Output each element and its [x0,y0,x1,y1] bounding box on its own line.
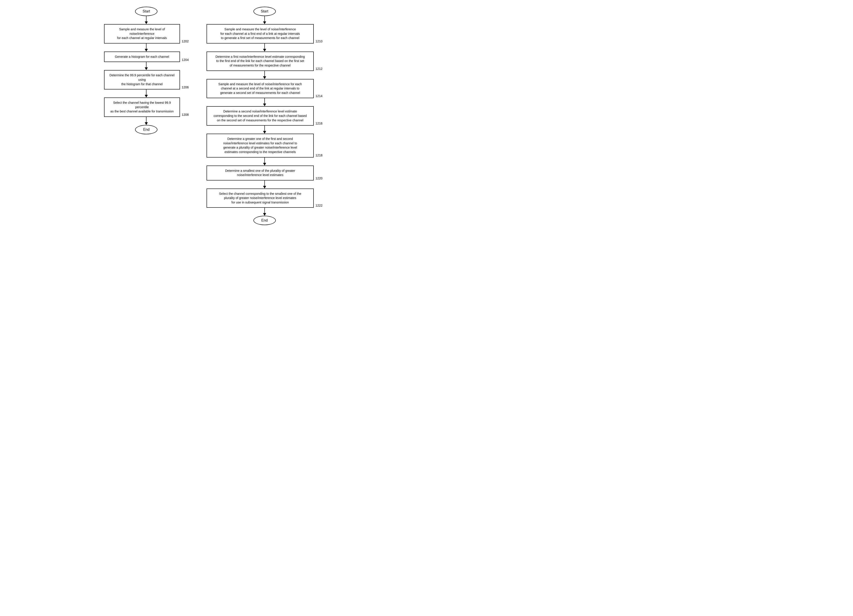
right-arrow-2 [263,71,266,79]
right-step-1218-row: Determine a greater one of the first and… [206,134,322,157]
right-arrow-6 [263,180,266,189]
right-label-1212: 1212 [316,67,322,71]
left-arrow-4 [145,117,148,125]
left-step-1208: Select the channel having the lowest 99.… [104,97,180,117]
right-arrow-7 [263,208,266,216]
right-arrow-5 [263,157,266,165]
left-label-1208: 1208 [182,113,189,117]
diagram-container: Start Sample and measure the level of no… [7,7,420,225]
left-end-oval: End [135,125,158,134]
left-arrow-1 [145,44,148,51]
left-arrow-2 [145,62,148,70]
right-start-oval: Start [253,7,276,16]
right-step-1216-row: Determine a second noise/interference le… [206,106,322,126]
right-start-row: Start [206,7,322,16]
right-label-1220: 1220 [316,177,322,180]
left-step-1202: Sample and measure the level of noise/in… [104,24,180,44]
right-label-1216: 1216 [316,122,322,126]
right-arrow-3 [263,98,266,106]
left-arrow-0 [145,16,148,24]
right-label-1218: 1218 [316,153,322,157]
right-label-1210: 1210 [316,39,322,44]
right-step-1212: Determine a first noise/interference lev… [206,51,314,71]
left-arrow-3 [145,89,148,97]
right-step-1214-row: Sample and measure the level of noise/in… [206,79,322,98]
left-step-1202-row: Sample and measure the level of noise/in… [104,24,189,44]
right-flowchart: Start Sample and measure the level of no… [206,7,322,225]
right-step-1210-row: Sample and measure the level of noise/in… [206,24,322,44]
right-step-1220-row: Determine a smallest one of the pluralit… [206,165,322,180]
left-step-1204: Generate a histogram for each channel [104,51,180,62]
right-step-1222: Select the channel corresponding to the … [206,189,314,208]
right-step-1212-row: Determine a first noise/interference lev… [206,51,322,71]
right-arrow-0 [263,16,266,24]
right-step-1220: Determine a smallest one of the pluralit… [206,165,314,180]
left-flowchart: Start Sample and measure the level of no… [104,7,189,225]
left-step-1206: Determine the 99.9 percentile for each c… [104,70,180,89]
left-label-1206: 1206 [182,85,189,89]
right-label-1222: 1222 [316,204,322,208]
right-end-oval: End [253,216,276,225]
left-step-1206-row: Determine the 99.9 percentile for each c… [104,70,189,89]
right-step-1210: Sample and measure the level of noise/in… [206,24,314,44]
left-step-1208-row: Select the channel having the lowest 99.… [104,97,189,117]
right-step-1218: Determine a greater one of the first and… [206,134,314,157]
right-step-1222-row: Select the channel corresponding to the … [206,189,322,208]
right-label-1214: 1214 [316,94,322,98]
left-end-row: End [104,125,189,134]
left-label-1204: 1204 [182,58,189,62]
right-step-1214: Sample and measure the level of noise/in… [206,79,314,98]
left-label-1202: 1202 [182,39,189,44]
left-step-1204-row: Generate a histogram for each channel 12… [104,51,189,62]
right-step-1216: Determine a second noise/interference le… [206,106,314,126]
right-arrow-4 [263,126,266,134]
right-end-row: End [206,216,322,225]
right-arrow-1 [263,44,266,51]
left-start-oval: Start [135,7,158,16]
left-start-row: Start [104,7,189,16]
